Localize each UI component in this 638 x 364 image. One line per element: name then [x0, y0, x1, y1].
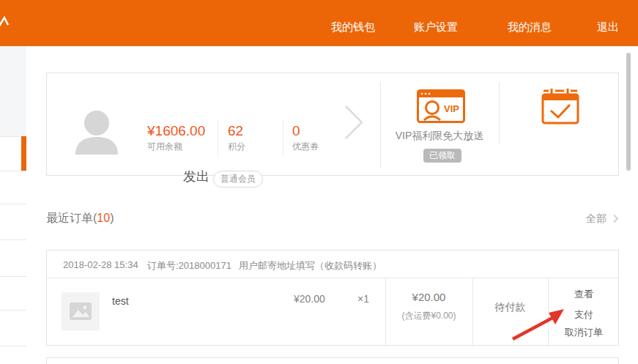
sidebar-item[interactable]	[0, 346, 26, 364]
sidebar-divider	[0, 204, 26, 204]
sidebar-divider	[0, 310, 26, 311]
sidebar-divider	[0, 171, 26, 171]
sidebar-top-spacer	[0, 46, 26, 136]
nav-account-settings[interactable]: 账户设置	[414, 21, 458, 34]
product-name[interactable]: test	[112, 295, 129, 307]
sidebar-divider	[0, 346, 26, 346]
member-center-page: 我的钱包 账户设置 我的消息 退出 发出 普通会员 ¥1606.00 可用余额 …	[0, 0, 638, 364]
vip-icon-text: VIP	[444, 103, 459, 114]
vip-claimed-button[interactable]: 已领取	[423, 149, 461, 163]
scrollbar-thumb[interactable]	[626, 53, 631, 171]
next-order-card	[46, 357, 619, 364]
sidebar-item[interactable]	[0, 311, 26, 346]
section-divider	[499, 82, 500, 144]
chevron-right-icon	[342, 103, 366, 141]
order-datetime: 2018-02-28 15:34	[63, 259, 138, 270]
sidebar-item[interactable]	[0, 240, 26, 276]
section-divider	[380, 82, 381, 168]
order-number: 订单号:2018000171	[147, 259, 231, 272]
points-value: 62	[228, 123, 279, 138]
calendar-check-icon[interactable]	[541, 88, 579, 125]
nav-logout[interactable]: 退出	[597, 21, 619, 34]
vip-browser-icon: VIP	[417, 89, 465, 123]
balance-value: ¥1606.00	[147, 123, 216, 138]
stat-divider	[218, 120, 218, 155]
sidebar-divider	[0, 239, 26, 240]
order-header-row: 2018-02-28 15:34 订单号:2018000171 用户邮寄地址填写…	[47, 250, 618, 278]
sidebar-active-indicator	[21, 136, 26, 171]
sidebar-item[interactable]	[0, 277, 26, 310]
recent-orders-heading: 最近订单(10)	[46, 211, 114, 226]
username: 发出	[183, 168, 209, 185]
order-note: 用户邮寄地址填写（收款码转账）	[239, 259, 382, 272]
stat-coupons[interactable]: 0 优惠券	[292, 123, 344, 153]
stat-points[interactable]: 62 积分	[228, 123, 279, 153]
image-placeholder-icon	[69, 302, 92, 321]
top-header-bar: 我的钱包 账户设置 我的消息 退出	[0, 0, 638, 46]
quantity: ×1	[357, 293, 369, 305]
member-level-badge: 普通会员	[213, 171, 263, 187]
user-silhouette-icon	[73, 108, 120, 156]
view-all-link[interactable]: 全部	[586, 212, 619, 226]
product-thumbnail[interactable]	[62, 292, 100, 330]
stat-balance[interactable]: ¥1606.00 可用余额	[147, 123, 216, 153]
sidebar-divider	[0, 276, 26, 277]
order-total: ¥20.00	[385, 291, 472, 303]
balance-label: 可用余额	[147, 141, 216, 153]
orders-count: 10	[97, 212, 110, 224]
logo-fragment-icon	[0, 15, 10, 28]
points-label: 积分	[228, 141, 279, 153]
shipping-note: (含运费¥0.00)	[385, 310, 472, 322]
stat-divider	[283, 120, 283, 155]
sidebar-item[interactable]	[0, 171, 26, 204]
profile-card: 发出 普通会员 ¥1606.00 可用余额 62 积分 0 优惠券 VIP	[46, 73, 619, 176]
heading-text: 最近订单	[46, 212, 93, 224]
nav-my-wallet[interactable]: 我的钱包	[331, 21, 375, 34]
unit-price: ¥20.00	[294, 293, 325, 305]
coupons-label: 优惠券	[292, 141, 344, 153]
coupons-value: 0	[292, 123, 344, 138]
sidebar-item[interactable]	[0, 204, 26, 239]
nav-my-messages[interactable]: 我的消息	[508, 21, 552, 34]
chevron-right-small-icon	[612, 214, 619, 223]
vip-promo-title: VIP福利限免大放送	[380, 130, 499, 143]
red-annotation-arrow	[498, 297, 586, 348]
